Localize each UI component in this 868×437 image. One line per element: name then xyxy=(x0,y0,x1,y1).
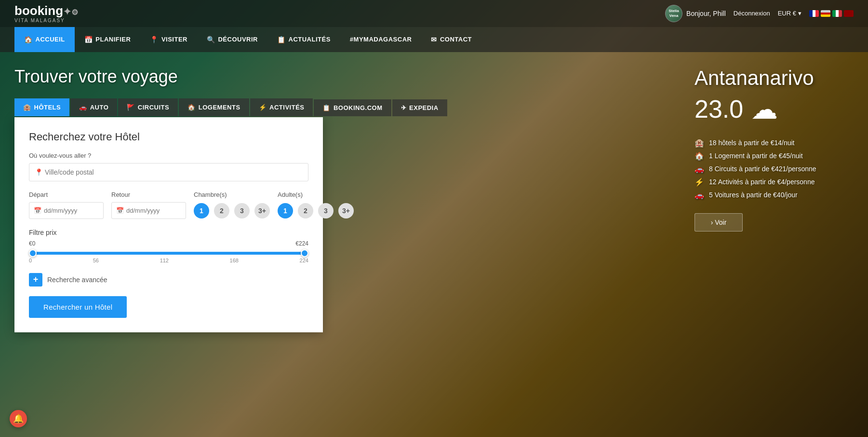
tab-hotels[interactable]: 🏨 HÔTELS xyxy=(14,98,69,116)
logout-link[interactable]: Déconnexion xyxy=(734,10,770,17)
left-panel: Trouver votre voyage 🏨 HÔTELS 🚗 AUTO 🚩 C… xyxy=(0,52,685,431)
price-slider[interactable] xyxy=(29,252,308,255)
nav-actualites-label: ACTUALITÉS xyxy=(289,36,331,43)
nav-mymadagascar-label: #MYMADAGASCAR xyxy=(350,36,412,43)
tab-expedia[interactable]: ✈ EXPEDIA xyxy=(392,99,447,116)
logement-info-icon: 🏠 xyxy=(694,151,704,161)
nav-mymadagascar[interactable]: #MYMADAGASCAR xyxy=(340,27,422,52)
bookingcom-tab-icon: 📋 xyxy=(322,104,331,111)
info-item-logement: 🏠 1 Logement à partir de €45/nuit xyxy=(694,151,854,161)
depart-label: Départ xyxy=(29,191,104,198)
retour-input-wrap: 📅 xyxy=(111,202,186,219)
home-tab-icon: 🏠 xyxy=(187,104,196,111)
tick-168: 168 xyxy=(230,258,239,263)
search-button[interactable]: Rechercher un Hôtel xyxy=(29,296,127,318)
slider-thumb-right[interactable] xyxy=(301,249,308,257)
calendar-icon: 📅 xyxy=(84,36,93,43)
tab-bookingcom[interactable]: 📋 BOOKING.COM xyxy=(314,99,391,116)
slider-thumb-left[interactable] xyxy=(29,249,37,257)
location-label: Où voulez-vous aller ? xyxy=(29,152,308,159)
price-filter-label: Filtre prix xyxy=(29,229,308,236)
chambres-btn-3plus[interactable]: 3+ xyxy=(254,203,270,218)
location-input[interactable] xyxy=(29,163,308,181)
tab-logements[interactable]: 🏠 LOGEMENTS xyxy=(179,98,249,116)
avatar: StellaVena xyxy=(665,5,682,22)
flag-fr[interactable] xyxy=(809,10,819,17)
expedia-tab-icon: ✈ xyxy=(401,104,407,111)
depart-calendar-icon: 📅 xyxy=(34,207,41,214)
chambres-btn-3[interactable]: 3 xyxy=(234,203,250,218)
adultes-btn-2[interactable]: 2 xyxy=(298,203,313,218)
info-circuits-text: 8 Circuits à partir de €421/personne xyxy=(709,165,816,173)
voir-button[interactable]: › Voir xyxy=(694,213,743,232)
tick-112: 112 xyxy=(160,258,169,263)
adultes-field: Adulte(s) 1 2 3 3+ xyxy=(278,191,354,218)
tab-activites[interactable]: ⚡ ACTIVITÉS xyxy=(250,98,313,116)
tab-auto-label: AUTO xyxy=(90,104,109,111)
advanced-search[interactable]: + Recherche avancée xyxy=(29,273,308,287)
bell-icon: 🔔 xyxy=(13,413,24,424)
info-hotels-text: 18 hôtels à partir de €14/nuit xyxy=(709,139,794,147)
nav-contact-label: CONTACT xyxy=(440,36,472,43)
voitures-info-icon: 🚗 xyxy=(694,191,704,200)
price-range-values: €0 €224 xyxy=(29,240,308,247)
retour-calendar-icon: 📅 xyxy=(116,207,124,214)
pin-icon: 📍 xyxy=(150,36,159,43)
chambres-counter: 1 2 3 3+ xyxy=(194,203,270,218)
price-filter: Filtre prix €0 €224 0 56 112 168 224 xyxy=(29,229,308,263)
tab-circuits-label: CIRCUITS xyxy=(138,104,169,111)
location-icon: 📍 xyxy=(35,168,43,176)
flag-icons xyxy=(809,10,854,17)
find-title: Trouver votre voyage xyxy=(14,67,670,87)
flag-de[interactable] xyxy=(821,10,830,17)
retour-label: Retour xyxy=(111,191,186,198)
nav-accueil[interactable]: 🏠 ACCUEIL xyxy=(14,27,75,52)
retour-field: Retour 📅 xyxy=(111,191,186,219)
nav-actualites[interactable]: 📋 ACTUALITÉS xyxy=(267,27,340,52)
nav-decouvrir[interactable]: 🔍 DÉCOUVRIR xyxy=(197,27,267,52)
slider-ticks: 0 56 112 168 224 xyxy=(29,258,308,263)
plus-button[interactable]: + xyxy=(29,273,42,287)
car-tab-icon: 🚗 xyxy=(79,104,87,111)
circuit-info-icon: 🚗 xyxy=(694,164,704,174)
nav-planifier[interactable]: 📅 PLANIFIER xyxy=(75,27,141,52)
header-user: StellaVena Bonjour, Phill xyxy=(665,5,726,22)
header-right: StellaVena Bonjour, Phill Déconnexion EU… xyxy=(665,5,854,22)
nav-accueil-label: ACCUEIL xyxy=(36,36,65,43)
tab-circuits[interactable]: 🚩 CIRCUITS xyxy=(118,98,178,116)
info-item-circuits: 🚗 8 Circuits à partir de €421/personne xyxy=(694,164,854,174)
tab-hotels-label: HÔTELS xyxy=(34,104,61,111)
adultes-btn-3[interactable]: 3 xyxy=(318,203,334,218)
tab-auto[interactable]: 🚗 AUTO xyxy=(70,98,117,116)
bolt-tab-icon: ⚡ xyxy=(259,104,267,111)
info-list: 🏨 18 hôtels à partir de €14/nuit 🏠 1 Log… xyxy=(694,138,854,204)
hotel-tab-icon: 🏨 xyxy=(23,104,31,111)
chambres-btn-1[interactable]: 1 xyxy=(194,203,209,218)
nav-contact[interactable]: ✉ CONTACT xyxy=(421,27,481,52)
adultes-counter: 1 2 3 3+ xyxy=(278,203,354,218)
form-title: Recherchez votre Hôtel xyxy=(29,131,308,143)
discover-icon: 🔍 xyxy=(207,36,215,43)
main-area: Trouver votre voyage 🏨 HÔTELS 🚗 AUTO 🚩 C… xyxy=(0,52,868,431)
header: booking✦⚙ VITA MALAGASY StellaVena Bonjo… xyxy=(0,0,868,27)
mail-icon: ✉ xyxy=(431,36,437,43)
right-panel: Antananarivo 23.0 ☁ 🏨 18 hôtels à partir… xyxy=(685,52,868,431)
home-icon: 🏠 xyxy=(24,36,33,43)
tick-224: 224 xyxy=(300,258,308,263)
date-adults-row: Départ 📅 Retour 📅 Chambre(s) xyxy=(29,191,308,219)
nav-visiter[interactable]: 📍 VISITER xyxy=(140,27,197,52)
notification-bell[interactable]: 🔔 xyxy=(10,410,27,427)
info-item-voitures: 🚗 5 Voitures à partir de €40/jour xyxy=(694,191,854,200)
chambres-btn-2[interactable]: 2 xyxy=(214,203,229,218)
city-name: Antananarivo xyxy=(694,67,854,90)
depart-field: Départ 📅 xyxy=(29,191,104,219)
flag-it[interactable] xyxy=(832,10,842,17)
flag-other[interactable] xyxy=(844,10,854,17)
tab-bookingcom-label: BOOKING.COM xyxy=(334,104,383,111)
location-input-wrap: 📍 xyxy=(29,163,308,181)
adultes-btn-1[interactable]: 1 xyxy=(278,203,293,218)
advanced-label: Recherche avancée xyxy=(47,276,107,284)
currency-selector[interactable]: EUR € ▾ xyxy=(778,10,801,17)
price-max: €224 xyxy=(295,240,308,247)
adultes-btn-3plus[interactable]: 3+ xyxy=(338,203,354,218)
